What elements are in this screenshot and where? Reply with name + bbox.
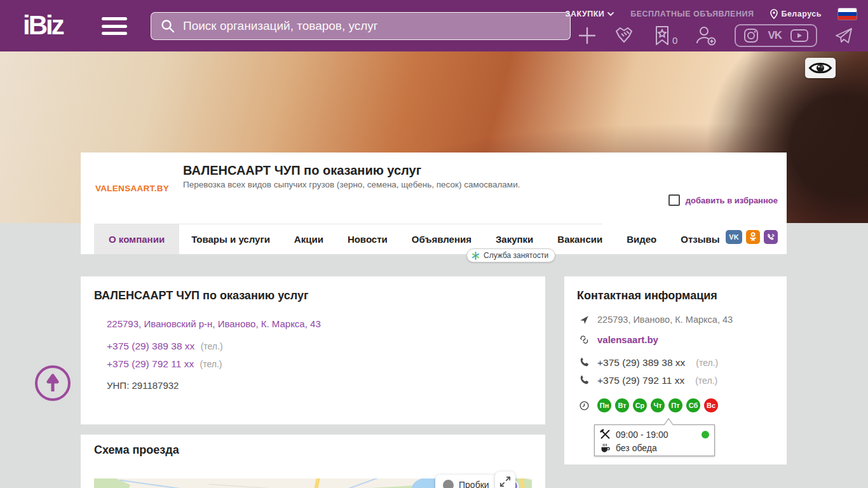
about-title: ВАЛЕНСААРТ ЧУП по оказанию услуг [94,289,308,302]
day-badge[interactable]: Сб [686,398,700,412]
day-badge[interactable]: Пн [597,398,611,412]
bookmark-star-icon [654,25,670,46]
tab-products[interactable]: Товары и услуги [179,224,282,254]
contact-phone-row: +375 (29) 792 11 xx (тел.) [578,375,717,386]
eye-icon [808,61,832,75]
day-badge[interactable]: Чт [651,398,665,412]
views-counter-button[interactable] [805,58,836,78]
directions-section: Схема проезда Пробки [81,435,545,488]
location-pin-icon [770,9,778,19]
website-link[interactable]: valensaart.by [597,334,658,345]
tab-promotions[interactable]: Акции [282,224,336,254]
arrow-up-icon [45,374,60,393]
handshake-icon [614,26,636,45]
day-badge[interactable]: Ср [633,398,647,412]
phone-icon [579,376,589,386]
company-unp: УНП: 291187932 [107,380,179,391]
phone-link[interactable]: +375 (29) 792 11 xx [107,358,194,369]
contact-info-section: Контактная информация 225793, Иваново, К… [564,276,787,464]
odnoklassniki-icon[interactable] [746,230,760,244]
contact-info-title: Контактная информация [577,289,717,302]
country-selector[interactable]: Беларусь [770,9,822,19]
tab-reviews[interactable]: Отзывы [668,224,731,254]
partners-button[interactable] [614,26,636,45]
header-top-links: ЗАКУПКИ БЕСПЛАТНЫЕ ОБЪЯВЛЕНИЯ Беларусь [566,8,857,20]
company-description: Перевозка всех видов сыпучих грузов (зер… [183,180,520,189]
header-social-links: VK [735,24,817,47]
favorites-count: 0 [672,35,677,46]
lunch-info: без обеда [616,443,657,453]
youtube-icon[interactable] [790,29,808,42]
telegram-button[interactable] [835,27,853,44]
zakupki-menu[interactable]: ЗАКУПКИ [566,10,614,18]
day-badge[interactable]: Пт [668,398,682,412]
tab-video[interactable]: Видео [614,224,668,254]
chevron-down-icon [607,12,614,17]
map-fullscreen-button[interactable] [495,471,515,488]
free-ads-link[interactable]: БЕСПЛАТНЫЕ ОБЪЯВЛЕНИЯ [630,10,754,18]
search-bar[interactable] [151,12,571,40]
employment-service-icon [471,252,480,260]
company-social-links: VK [726,230,778,244]
vk-share-icon[interactable]: VK [726,230,742,244]
about-section: ВАЛЕНСААРТ ЧУП по оказанию услуг 225793,… [81,276,545,424]
contact-phone-row: +375 (29) 389 38 xx (тел.) [578,357,718,369]
phone-link[interactable]: +375 (29) 389 38 xx [107,341,194,351]
working-hours: 09:00 - 19:00 [616,430,668,440]
company-header-card: VALENSAART.BY ВАЛЕНСААРТ ЧУП по оказанию… [81,152,787,254]
contact-website-row: valensaart.by [578,334,658,345]
hamburger-menu-icon[interactable] [102,17,127,35]
working-days-row: Пн Вт Ср Чт Пт Сб Вс [578,398,718,412]
company-logo: VALENSAART.BY [94,158,170,219]
search-input[interactable] [183,19,561,33]
phone-row: +375 (29) 389 38 xx (тел.) [107,341,223,352]
employment-service-tooltip: Служба занятости [466,248,555,262]
vk-icon[interactable]: VK [768,29,782,42]
telegram-icon [835,27,853,44]
tab-about[interactable]: О компании [94,224,179,254]
day-badge[interactable]: Вс [704,398,718,412]
instagram-icon[interactable] [743,28,759,43]
link-icon [579,334,590,345]
working-hours-popup: 09:00 - 19:00 без обеда [594,424,715,456]
scroll-to-top-button[interactable] [35,365,71,401]
open-status-dot [702,431,709,438]
day-badge[interactable]: Вт [615,398,629,412]
tab-vacancies[interactable]: Вакансии [545,224,614,254]
search-icon [160,18,175,34]
add-company-button[interactable] [578,26,597,45]
user-add-icon [695,25,717,46]
coffee-cup-icon [600,442,611,453]
directions-title: Схема проезда [94,444,179,457]
ibiz-logo[interactable]: iBiz [23,10,63,41]
language-flag-russia[interactable] [838,8,857,20]
tab-news[interactable]: Новости [336,224,400,254]
header-action-icons: 0 VK [578,24,853,47]
favorites-button[interactable]: 0 [654,25,677,46]
contact-address-row: 225793, Иваново, К. Маркса, 43 [578,315,733,325]
add-to-favorites[interactable]: добавить в избранное [668,194,778,206]
top-header: iBiz ЗАКУПКИ БЕСПЛАТНЫЕ ОБЪЯВЛЕНИЯ Белар… [0,0,868,51]
phone-row: +375 (29) 792 11 xx (тел.) [107,358,222,370]
company-title: ВАЛЕНСААРТ ЧУП по оказанию услуг [183,163,421,178]
phone-icon [579,358,589,368]
register-button[interactable] [695,25,717,46]
favorite-label: добавить в избранное [686,196,778,205]
expand-icon [499,476,511,487]
working-days: Пн Вт Ср Чт Пт Сб Вс [597,398,718,412]
traffic-toggle-button[interactable]: Пробки [435,475,497,488]
plus-icon [578,26,597,45]
viber-icon[interactable] [764,230,778,244]
clock-icon [579,400,590,411]
traffic-icon [443,480,454,488]
favorite-checkbox[interactable] [668,194,680,206]
company-address-link[interactable]: 225793, Ивановский р-н, Иваново, К. Марк… [107,318,321,329]
navigation-arrow-icon [580,315,589,325]
work-tools-icon [600,429,611,440]
